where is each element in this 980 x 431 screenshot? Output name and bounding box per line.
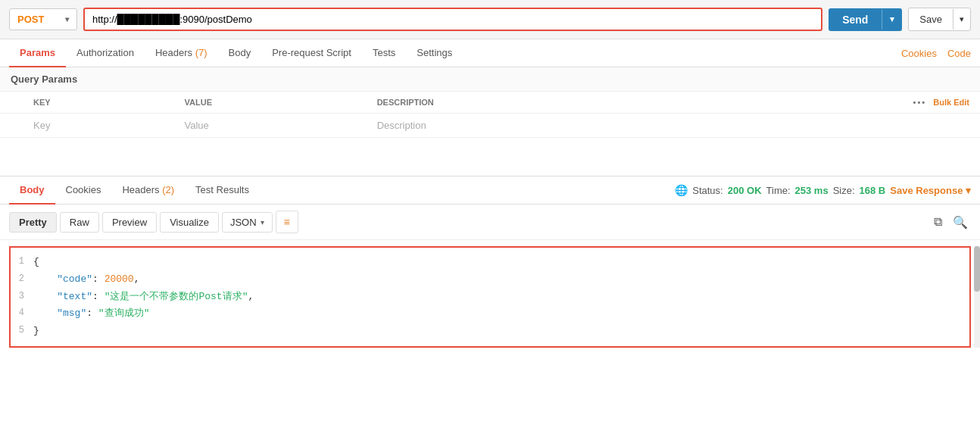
code-content-4: "msg": "查询成功" bbox=[33, 306, 969, 322]
preview-button[interactable]: Preview bbox=[102, 212, 157, 233]
code-line-2: 2 "code": 20000, bbox=[11, 271, 969, 289]
send-button[interactable]: Send ▾ bbox=[829, 8, 902, 31]
value-cell[interactable]: Value bbox=[174, 114, 367, 138]
code-content-3: "text": "这是一个不带参数的Post请求", bbox=[33, 289, 969, 305]
row-actions bbox=[674, 114, 980, 138]
col-actions: ••• Bulk Edit bbox=[674, 92, 980, 114]
scrollbar-thumb[interactable] bbox=[974, 246, 980, 292]
code-line-1: 1 { bbox=[11, 254, 969, 271]
tab-authorization[interactable]: Authorization bbox=[66, 39, 145, 67]
query-params-table: KEY VALUE DESCRIPTION ••• Bulk Edit Key … bbox=[0, 92, 980, 138]
method-select[interactable]: POST ▾ bbox=[9, 8, 77, 30]
size-label: Size: bbox=[833, 185, 855, 196]
code-line-4: 4 "msg": "查询成功" bbox=[11, 305, 969, 323]
tabs-right: Cookies Code bbox=[901, 48, 971, 59]
time-label: Time: bbox=[766, 185, 791, 196]
tab-tests[interactable]: Tests bbox=[362, 39, 406, 67]
globe-icon: 🌐 bbox=[675, 184, 688, 196]
cookies-link[interactable]: Cookies bbox=[901, 48, 937, 59]
copy-button[interactable]: ⧉ bbox=[931, 212, 945, 233]
status-value: 200 OK bbox=[728, 185, 762, 196]
method-label: POST bbox=[17, 14, 44, 25]
pretty-button[interactable]: Pretty bbox=[9, 212, 57, 233]
line-num-1: 1 bbox=[11, 255, 33, 270]
wrap-icon[interactable]: ≡ bbox=[276, 211, 298, 233]
response-meta: 🌐 Status: 200 OK Time: 253 ms Size: 168 … bbox=[675, 184, 971, 196]
table-row: Key Value Description bbox=[0, 114, 980, 138]
format-actions: ⧉ 🔍 bbox=[931, 212, 971, 233]
raw-button[interactable]: Raw bbox=[60, 212, 99, 233]
tab-headers[interactable]: Headers (7) bbox=[145, 39, 218, 67]
scrollbar-track[interactable] bbox=[974, 246, 980, 348]
response-tabs-bar: Body Cookies Headers (2) Test Results 🌐 … bbox=[0, 176, 980, 205]
line-num-2: 2 bbox=[11, 272, 33, 288]
bulk-edit-button[interactable]: Bulk Edit bbox=[933, 98, 969, 107]
query-params-title: Query Params bbox=[0, 67, 980, 92]
code-link[interactable]: Code bbox=[947, 48, 971, 59]
json-format-arrow: ▾ bbox=[261, 218, 264, 226]
top-bar: POST ▾ Send ▾ Save ▾ bbox=[0, 0, 980, 39]
tab-params[interactable]: Params bbox=[9, 39, 66, 67]
format-bar: Pretty Raw Preview Visualize JSON ▾ ≡ ⧉ … bbox=[0, 205, 980, 240]
response-body-code: 1 { 2 "code": 20000, 3 "text": "这是一个不带参数… bbox=[9, 246, 971, 348]
response-section: Body Cookies Headers (2) Test Results 🌐 … bbox=[0, 176, 980, 348]
line-num-4: 4 bbox=[11, 306, 33, 322]
row-checkbox[interactable] bbox=[0, 114, 23, 138]
search-response-button[interactable]: 🔍 bbox=[950, 212, 971, 233]
code-content-5: } bbox=[33, 323, 969, 339]
response-tab-test-results[interactable]: Test Results bbox=[185, 176, 260, 205]
col-key: KEY bbox=[23, 92, 174, 114]
method-arrow: ▾ bbox=[65, 15, 69, 23]
request-tabs-bar: Params Authorization Headers (7) Body Pr… bbox=[0, 39, 980, 67]
send-dropdown-arrow: ▾ bbox=[882, 9, 902, 30]
col-value: VALUE bbox=[174, 92, 367, 114]
tab-settings[interactable]: Settings bbox=[406, 39, 463, 67]
col-description: DESCRIPTION bbox=[367, 92, 675, 114]
tab-body[interactable]: Body bbox=[218, 39, 262, 67]
json-format-select[interactable]: JSON ▾ bbox=[222, 212, 273, 233]
key-cell[interactable]: Key bbox=[23, 114, 174, 138]
save-label: Save bbox=[909, 8, 953, 30]
size-value: 168 B bbox=[860, 185, 886, 196]
code-line-5: 5 } bbox=[11, 323, 969, 340]
time-value: 253 ms bbox=[795, 185, 829, 196]
save-response-button[interactable]: Save Response ▾ bbox=[890, 185, 971, 196]
send-label: Send bbox=[829, 8, 882, 31]
status-label: Status: bbox=[692, 185, 723, 196]
more-options-icon[interactable]: ••• bbox=[913, 98, 927, 107]
response-tab-headers[interactable]: Headers (2) bbox=[111, 176, 185, 205]
url-input[interactable] bbox=[85, 9, 821, 30]
save-button[interactable]: Save ▾ bbox=[908, 8, 971, 31]
tab-pre-request-script[interactable]: Pre-request Script bbox=[261, 39, 362, 67]
save-dropdown-arrow: ▾ bbox=[953, 9, 970, 30]
code-content-2: "code": 20000, bbox=[33, 272, 969, 288]
col-checkbox bbox=[0, 92, 23, 114]
empty-space bbox=[0, 138, 980, 176]
response-code-scroll-area: 1 { 2 "code": 20000, 3 "text": "这是一个不带参数… bbox=[0, 246, 980, 348]
url-input-wrapper bbox=[83, 8, 822, 31]
line-num-3: 3 bbox=[11, 289, 33, 305]
description-cell[interactable]: Description bbox=[367, 114, 675, 138]
response-tab-body[interactable]: Body bbox=[9, 176, 55, 205]
response-tab-cookies[interactable]: Cookies bbox=[55, 176, 112, 205]
code-line-3: 3 "text": "这是一个不带参数的Post请求", bbox=[11, 289, 969, 306]
visualize-button[interactable]: Visualize bbox=[160, 212, 219, 233]
code-content-1: { bbox=[33, 255, 969, 270]
json-format-label: JSON bbox=[230, 217, 257, 228]
line-num-5: 5 bbox=[11, 323, 33, 339]
